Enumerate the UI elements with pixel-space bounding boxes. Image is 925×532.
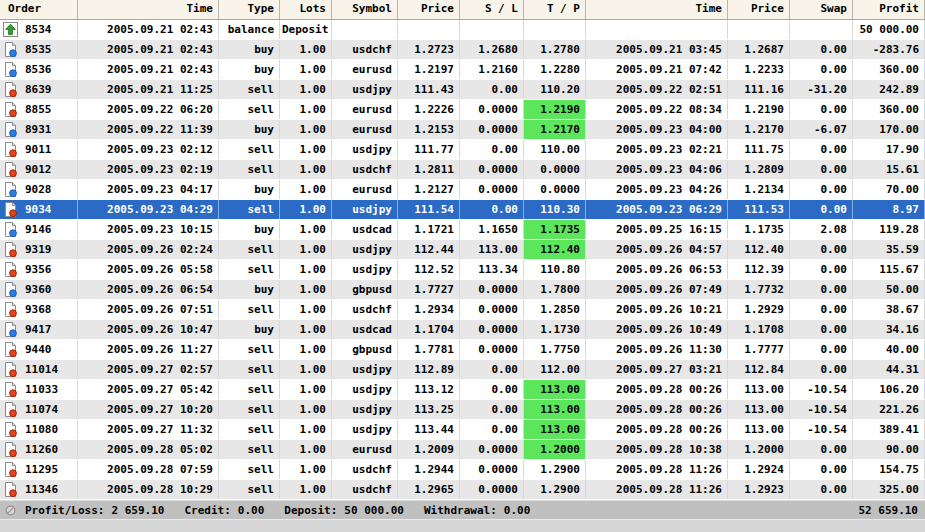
history-row-11295[interactable]: 112952005.09.28 07:59sell1.00usdchf1.294… (0, 460, 925, 480)
history-row-8855[interactable]: 88552005.09.22 06:20sell1.00eurusd1.2226… (0, 100, 925, 120)
cell-open_time: 2005.09.26 10:47 (78, 320, 219, 339)
panel-footer-area (0, 519, 925, 532)
table-header: Order Time Type Lots Symbol Price S / L … (0, 0, 925, 20)
cell-lots: 1.00 (280, 60, 332, 79)
cell-order: 8534 (0, 20, 78, 39)
cell-open_price: 1.2723 (398, 40, 460, 59)
cell-open_time: 2005.09.23 04:17 (78, 180, 219, 199)
cell-profit: 50.00 (853, 280, 925, 299)
history-row-9319[interactable]: 93192005.09.26 02:24sell1.00usdjpy112.44… (0, 240, 925, 260)
cell-order: 9417 (0, 320, 78, 339)
cell-lots: 1.00 (280, 100, 332, 119)
cell-swap: 0.00 (790, 440, 853, 459)
cell-order: 9356 (0, 260, 78, 279)
history-row-8639[interactable]: 86392005.09.21 11:25sell1.00usdjpy111.43… (0, 80, 925, 100)
cell-tp: 110.30 (524, 200, 586, 219)
history-row-9011[interactable]: 90112005.09.23 02:12sell1.00usdjpy111.77… (0, 140, 925, 160)
cell-profit: 50 000.00 (853, 20, 925, 39)
cell-close_time: 2005.09.23 04:00 (586, 120, 728, 139)
cell-tp-hit-highlight: 1.1735 (524, 220, 586, 239)
sell-order-icon (3, 142, 18, 157)
history-row-9034-selected[interactable]: 90342005.09.23 04:29sell1.00usdjpy111.54… (0, 200, 925, 220)
cell-swap: -6.07 (790, 120, 853, 139)
cell-type: sell (219, 380, 280, 399)
column-header-close-time: Time (586, 0, 728, 19)
sell-order-icon (3, 342, 18, 357)
history-row-11346[interactable]: 113462005.09.28 10:29sell1.00usdchf1.296… (0, 480, 925, 500)
cell-open_time: 2005.09.28 07:59 (78, 460, 219, 479)
order-number: 11074 (25, 400, 58, 419)
cell-lots: 1.00 (280, 400, 332, 419)
history-row-8534[interactable]: 85342005.09.21 02:43balanceDeposit50 000… (0, 20, 925, 40)
cell-lots: 1.00 (280, 120, 332, 139)
cell-symbol: usdcad (332, 220, 398, 239)
cell-type: sell (219, 400, 280, 419)
cell-open_time: 2005.09.21 02:43 (78, 40, 219, 59)
cell-profit: 15.61 (853, 160, 925, 179)
history-row-9417[interactable]: 94172005.09.26 10:47buy1.00usdcad1.17040… (0, 320, 925, 340)
cell-profit: 8.97 (853, 200, 925, 219)
history-row-9028[interactable]: 90282005.09.23 04:17buy1.00eurusd1.21270… (0, 180, 925, 200)
cell-symbol: usdchf (332, 480, 398, 499)
cell-open_time: 2005.09.26 02:24 (78, 240, 219, 259)
cell-symbol: usdjpy (332, 260, 398, 279)
cell-close_price: 111.53 (728, 200, 790, 219)
cell-order: 8931 (0, 120, 78, 139)
history-row-9368[interactable]: 93682005.09.26 07:51sell1.00usdchf1.2934… (0, 300, 925, 320)
order-number: 9028 (25, 180, 52, 199)
cell-close_time: 2005.09.27 03:21 (586, 360, 728, 379)
cell-lots: 1.00 (280, 220, 332, 239)
history-row-9012[interactable]: 90122005.09.23 02:19sell1.00usdchf1.2811… (0, 160, 925, 180)
buy-order-icon (3, 222, 18, 237)
cell-order: 9440 (0, 340, 78, 359)
history-row-11074[interactable]: 110742005.09.27 10:20sell1.00usdjpy113.2… (0, 400, 925, 420)
cell-symbol: usdchf (332, 160, 398, 179)
history-row-9146[interactable]: 91462005.09.23 10:15buy1.00usdcad1.17211… (0, 220, 925, 240)
order-number: 11260 (25, 440, 58, 459)
cell-open_price: 1.2127 (398, 180, 460, 199)
history-row-9440[interactable]: 94402005.09.26 11:27sell1.00gbpusd1.7781… (0, 340, 925, 360)
history-row-11033[interactable]: 110332005.09.27 05:42sell1.00usdjpy113.1… (0, 380, 925, 400)
cell-close_time: 2005.09.22 02:51 (586, 80, 728, 99)
history-row-9360[interactable]: 93602005.09.26 06:54buy1.00gbpusd1.77270… (0, 280, 925, 300)
sell-order-icon (3, 462, 18, 477)
cell-swap: 0.00 (790, 340, 853, 359)
prohibition-icon (5, 505, 16, 516)
cell-tp-hit-highlight: 1.2000 (524, 440, 586, 459)
cell-type: sell (219, 340, 280, 359)
account-history-panel: Order Time Type Lots Symbol Price S / L … (0, 0, 925, 532)
column-header-lots: Lots (280, 0, 332, 19)
cell-close_time (586, 20, 728, 39)
cell-profit: 40.00 (853, 340, 925, 359)
cell-close_time: 2005.09.21 07:42 (586, 60, 728, 79)
profit-loss-value: 2 659.10 (111, 504, 164, 517)
cell-order: 11074 (0, 400, 78, 419)
cell-type: buy (219, 180, 280, 199)
cell-profit: 119.28 (853, 220, 925, 239)
history-row-11014[interactable]: 110142005.09.27 02:57sell1.00usdjpy112.8… (0, 360, 925, 380)
cell-lots: 1.00 (280, 160, 332, 179)
cell-profit: 44.31 (853, 360, 925, 379)
withdrawal-label: Withdrawal: (424, 504, 497, 517)
cell-tp: 110.00 (524, 140, 586, 159)
cell-symbol: usdchf (332, 300, 398, 319)
cell-symbol: usdjpy (332, 380, 398, 399)
cell-order: 9012 (0, 160, 78, 179)
cell-type: buy (219, 280, 280, 299)
history-row-11260[interactable]: 112602005.09.28 05:02sell1.00eurusd1.200… (0, 440, 925, 460)
cell-order: 9146 (0, 220, 78, 239)
cell-type: sell (219, 200, 280, 219)
cell-lots: 1.00 (280, 80, 332, 99)
cell-order: 8535 (0, 40, 78, 59)
cell-symbol: usdjpy (332, 420, 398, 439)
history-row-8536[interactable]: 85362005.09.21 02:43buy1.00eurusd1.21971… (0, 60, 925, 80)
cell-open_time: 2005.09.23 02:19 (78, 160, 219, 179)
history-row-11080[interactable]: 110802005.09.27 11:32sell1.00usdjpy113.4… (0, 420, 925, 440)
history-row-9356[interactable]: 93562005.09.26 05:58sell1.00usdjpy112.52… (0, 260, 925, 280)
history-row-8535[interactable]: 85352005.09.21 02:43buy1.00usdchf1.27231… (0, 40, 925, 60)
history-row-8931[interactable]: 89312005.09.22 11:39buy1.00eurusd1.21530… (0, 120, 925, 140)
cell-profit: 70.00 (853, 180, 925, 199)
cell-tp: 1.2280 (524, 60, 586, 79)
cell-close_price: 1.2923 (728, 480, 790, 499)
cell-sl: 0.0000 (460, 180, 524, 199)
